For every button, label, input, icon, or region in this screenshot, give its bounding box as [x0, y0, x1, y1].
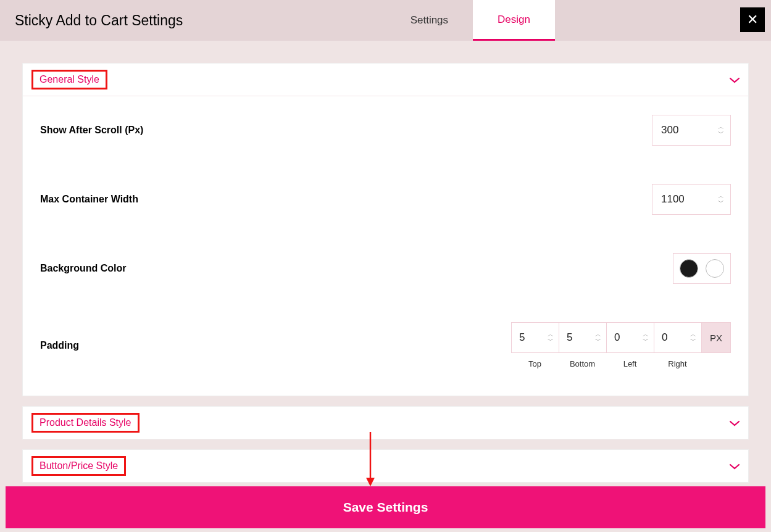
spinner-padding-right: ︿ ﹀ — [690, 331, 701, 344]
close-button[interactable]: ✕ — [740, 7, 765, 32]
label-padding: Padding — [40, 340, 79, 351]
field-background-color: Background Color — [40, 253, 731, 284]
padding-label-right: Right — [654, 359, 701, 368]
panel-button-price-style: Button/Price Style — [22, 449, 749, 483]
color-swatch-group — [673, 253, 731, 284]
close-icon: ✕ — [747, 12, 758, 28]
panel-title-general: General Style — [31, 70, 107, 89]
field-max-container-width: Max Container Width ︿ ﹀ — [40, 184, 731, 215]
panel-title-button-price: Button/Price Style — [31, 456, 126, 476]
swatch-dark[interactable] — [680, 259, 698, 278]
chevron-down-icon — [730, 460, 740, 473]
padding-label-bottom: Bottom — [559, 359, 606, 368]
input-padding-left[interactable] — [607, 331, 643, 344]
panel-product-details-style: Product Details Style — [22, 406, 749, 439]
panel-title-product-details: Product Details Style — [31, 413, 140, 433]
stepper-down-icon[interactable]: ﹀ — [718, 199, 724, 206]
swatch-white[interactable] — [706, 259, 724, 278]
input-wrap-max-container-width: ︿ ﹀ — [652, 184, 731, 215]
tab-settings[interactable]: Settings — [386, 0, 473, 41]
tabs: Settings Design — [386, 0, 555, 41]
spinner-max-container-width: ︿ ﹀ — [718, 193, 730, 206]
chevron-down-icon — [730, 73, 740, 86]
input-padding-right[interactable] — [654, 331, 690, 344]
field-show-after-scroll: Show After Scroll (Px) ︿ ﹀ — [40, 115, 731, 146]
label-show-after-scroll: Show After Scroll (Px) — [40, 125, 143, 136]
stepper-down-icon[interactable]: ﹀ — [595, 338, 601, 344]
input-show-after-scroll[interactable] — [652, 124, 718, 136]
chevron-down-icon — [730, 417, 740, 430]
panel-general-style: General Style Show After Scroll (Px) ︿ ﹀… — [22, 63, 749, 396]
input-max-container-width[interactable] — [652, 193, 718, 206]
stepper-down-icon[interactable]: ﹀ — [643, 338, 649, 344]
padding-top-cell: ︿ ﹀ — [512, 323, 559, 352]
panel-header-button-price[interactable]: Button/Price Style — [23, 450, 748, 482]
padding-label-left: Left — [606, 359, 654, 368]
spinner-padding-bottom: ︿ ﹀ — [595, 331, 606, 344]
tab-design[interactable]: Design — [473, 0, 555, 41]
panel-body-general: Show After Scroll (Px) ︿ ﹀ Max Container… — [23, 96, 748, 396]
panel-header-general[interactable]: General Style — [23, 64, 748, 96]
padding-group: ︿ ﹀ ︿ ﹀ — [511, 322, 731, 368]
padding-right-cell: ︿ ﹀ — [654, 323, 702, 352]
spinner-show-after-scroll: ︿ ﹀ — [718, 124, 730, 136]
stepper-down-icon[interactable]: ﹀ — [718, 130, 724, 136]
spinner-padding-left: ︿ ﹀ — [643, 331, 654, 344]
settings-header: Sticky Add to Cart Settings Settings Des… — [0, 0, 771, 41]
panel-header-product-details[interactable]: Product Details Style — [23, 407, 748, 439]
padding-inputs: ︿ ﹀ ︿ ﹀ — [511, 322, 731, 353]
padding-left-cell: ︿ ﹀ — [607, 323, 654, 352]
padding-bottom-cell: ︿ ﹀ — [559, 323, 607, 352]
input-padding-bottom[interactable] — [559, 331, 595, 344]
input-wrap-show-after-scroll: ︿ ﹀ — [652, 115, 731, 146]
padding-labels: Top Bottom Left Right — [511, 359, 731, 368]
padding-unit: PX — [702, 323, 730, 352]
page-title: Sticky Add to Cart Settings — [0, 0, 183, 41]
field-padding: Padding ︿ ﹀ ︿ — [40, 322, 731, 368]
stepper-down-icon[interactable]: ﹀ — [690, 338, 696, 344]
save-settings-button[interactable]: Save Settings — [6, 486, 765, 528]
stepper-down-icon[interactable]: ﹀ — [548, 338, 554, 344]
input-padding-top[interactable] — [512, 331, 548, 344]
label-background-color: Background Color — [40, 263, 127, 274]
content-area: General Style Show After Scroll (Px) ︿ ﹀… — [0, 41, 771, 483]
padding-label-top: Top — [511, 359, 559, 368]
label-max-container-width: Max Container Width — [40, 194, 138, 205]
spinner-padding-top: ︿ ﹀ — [548, 331, 559, 344]
